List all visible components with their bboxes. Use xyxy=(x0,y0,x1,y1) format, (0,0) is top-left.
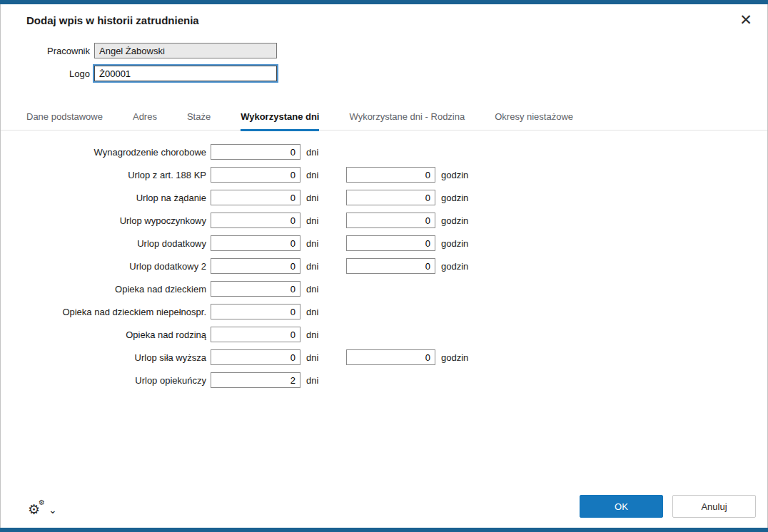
days-unit-label: dni xyxy=(306,147,340,158)
hours-unit-label: godzin xyxy=(441,215,468,226)
field-label: Opieka nad dzieckiem niepełnospr. xyxy=(26,307,206,317)
logo-field-row: Logo xyxy=(26,66,277,81)
field-label: Urlop dodatkowy 2 xyxy=(26,261,206,272)
form-row: Urlop z art. 188 KP dni godzin xyxy=(26,167,468,183)
days-unit-label: dni xyxy=(306,352,340,363)
tab-adres[interactable]: Adres xyxy=(133,111,157,131)
app-frame-bottom-strip xyxy=(0,528,768,532)
form-row: Urlop na żądanie dni godzin xyxy=(26,190,468,205)
form-row: Opieka nad dzieckiem niepełnospr. dni xyxy=(26,304,468,319)
form-row: Urlop dodatkowy 2 dni godzin xyxy=(26,258,468,274)
days-unit-label: dni xyxy=(306,284,340,295)
form-row: Urlop opiekuńczy dni xyxy=(26,372,468,388)
days-input[interactable] xyxy=(211,349,300,365)
days-input[interactable] xyxy=(211,304,300,319)
hours-unit-label: godzin xyxy=(441,170,468,180)
days-input[interactable] xyxy=(211,327,300,342)
days-unit-label: dni xyxy=(306,261,340,272)
employee-field-row: Pracownik xyxy=(26,43,277,58)
hours-input[interactable] xyxy=(346,258,435,274)
form-row: Wynagrodzenie chorobowe dni xyxy=(26,144,468,160)
days-unit-label: dni xyxy=(306,170,340,180)
hours-input[interactable] xyxy=(346,190,435,205)
dialog-add-employment-history: Dodaj wpis w historii zatrudnienia ✕ Pra… xyxy=(0,4,768,528)
form-row: Urlop siła wyższa dni godzin xyxy=(26,349,468,365)
days-input[interactable] xyxy=(211,281,300,297)
tab-wykorzystane-dni[interactable]: Wykorzystane dni xyxy=(241,111,319,131)
field-label: Wynagrodzenie chorobowe xyxy=(26,147,206,158)
field-label: Urlop wypoczynkowy xyxy=(26,215,206,226)
tab-wykorzystane-dni-rodzina[interactable]: Wykorzystane dni - Rodzina xyxy=(349,111,465,131)
days-unit-label: dni xyxy=(306,215,340,226)
employee-input xyxy=(94,43,277,58)
hours-unit-label: godzin xyxy=(441,238,468,249)
days-input[interactable] xyxy=(211,167,300,183)
dialog-title: Dodaj wpis w historii zatrudnienia xyxy=(26,14,199,26)
field-label: Urlop dodatkowy xyxy=(26,238,206,249)
form-row: Opieka nad dzieckiem dni xyxy=(26,281,468,297)
settings-gear-icon: ⚙ ⚙ xyxy=(28,503,40,516)
hours-input[interactable] xyxy=(346,235,435,251)
field-label: Opieka nad dzieckiem xyxy=(26,284,206,295)
days-input[interactable] xyxy=(211,235,300,251)
hours-input[interactable] xyxy=(346,167,435,183)
settings-gear-small-icon: ⚙ xyxy=(39,499,45,506)
form-row: Urlop dodatkowy dni godzin xyxy=(26,235,468,251)
field-label: Opieka nad rodziną xyxy=(26,329,206,340)
hours-unit-label: godzin xyxy=(441,261,468,272)
header-fields: Pracownik Logo xyxy=(26,43,277,88)
settings-menu-button[interactable]: ⚙ ⚙ ⌄ xyxy=(28,503,57,516)
days-input[interactable] xyxy=(211,190,300,205)
logo-input[interactable] xyxy=(94,66,277,81)
form-row: Opieka nad rodziną dni xyxy=(26,327,468,342)
tab-bar: Dane podstawowe Adres Staże Wykorzystane… xyxy=(1,111,767,131)
ok-button[interactable]: OK xyxy=(580,495,663,518)
days-input[interactable] xyxy=(211,213,300,228)
hours-input[interactable] xyxy=(346,213,435,228)
hours-input[interactable] xyxy=(346,349,435,365)
days-input[interactable] xyxy=(211,258,300,274)
days-input[interactable] xyxy=(211,372,300,388)
dialog-footer-buttons: OK Anuluj xyxy=(580,495,756,518)
hours-unit-label: godzin xyxy=(441,352,468,363)
days-unit-label: dni xyxy=(306,238,340,249)
employee-label: Pracownik xyxy=(26,46,90,56)
days-input[interactable] xyxy=(211,144,300,160)
field-label: Urlop na żądanie xyxy=(26,193,206,203)
days-unit-label: dni xyxy=(306,375,340,386)
logo-label: Logo xyxy=(26,68,90,79)
days-unit-label: dni xyxy=(306,193,340,203)
form-row: Urlop wypoczynkowy dni godzin xyxy=(26,213,468,228)
field-label: Urlop z art. 188 KP xyxy=(26,170,206,180)
close-icon[interactable]: ✕ xyxy=(736,10,756,30)
tab-dane-podstawowe[interactable]: Dane podstawowe xyxy=(26,111,103,131)
tab-staze[interactable]: Staże xyxy=(187,111,211,131)
days-unit-label: dni xyxy=(306,329,340,340)
used-days-form: Wynagrodzenie chorobowe dni Urlop z art.… xyxy=(26,144,468,395)
hours-unit-label: godzin xyxy=(441,193,468,203)
cancel-button[interactable]: Anuluj xyxy=(672,495,756,518)
days-unit-label: dni xyxy=(306,307,340,317)
field-label: Urlop siła wyższa xyxy=(26,352,206,363)
tab-okresy-niestazowe[interactable]: Okresy niestażowe xyxy=(495,111,573,131)
chevron-down-icon: ⌄ xyxy=(49,504,57,516)
field-label: Urlop opiekuńczy xyxy=(26,375,206,386)
